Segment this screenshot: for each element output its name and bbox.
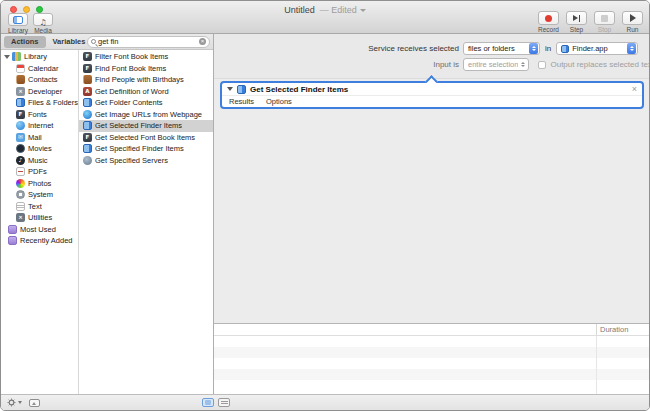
library-sidebar-icon	[13, 16, 23, 24]
action-list-item[interactable]: Get Specified Servers	[79, 155, 213, 167]
step-icon	[573, 15, 581, 22]
media-note-icon	[39, 11, 46, 29]
log-row	[214, 369, 649, 380]
music-icon	[16, 156, 25, 165]
gear-icon	[7, 398, 16, 407]
service-config-bar: Service receives selected files or folde…	[214, 34, 649, 78]
sidebar-item-internet[interactable]: Internet	[1, 120, 78, 132]
dropdown-stepper-icon	[518, 59, 527, 70]
input-type-dropdown[interactable]: files or folders	[463, 42, 540, 55]
sidebar-item-most-used[interactable]: Most Used	[1, 224, 78, 236]
font-book-icon	[83, 64, 92, 73]
finder-icon	[83, 144, 92, 153]
search-input[interactable]	[98, 37, 199, 46]
search-icon	[91, 39, 96, 44]
record-button[interactable]: Record	[538, 11, 559, 33]
step-button[interactable]: Step	[566, 11, 587, 33]
finder-icon	[83, 98, 92, 107]
run-icon	[630, 14, 636, 22]
utilities-icon	[16, 213, 25, 222]
workflow-canvas[interactable]: Get Selected Finder Items × Results Opti…	[214, 78, 649, 323]
filter-bar: Actions Variables	[1, 34, 213, 50]
action-block-header: Get Selected Finder Items ×	[222, 83, 642, 96]
sidebar-item-mail[interactable]: Mail	[1, 132, 78, 144]
category-tree: Library Calendar Contacts Developer File…	[1, 50, 79, 394]
chevron-down-icon	[18, 401, 22, 404]
document-title: Untitled	[284, 5, 315, 15]
sidebar-item-text[interactable]: Text	[1, 201, 78, 213]
duration-column-header[interactable]: Duration	[596, 324, 649, 335]
input-selection-dropdown[interactable]: entire selection	[463, 58, 529, 71]
sidebar-item-calendar[interactable]: Calendar	[1, 63, 78, 75]
finder-icon	[237, 85, 246, 94]
developer-icon	[16, 87, 25, 96]
sidebar-item-system[interactable]: System	[1, 189, 78, 201]
sidebar-item-fonts[interactable]: Fonts	[1, 109, 78, 121]
list-view-toggle[interactable]	[218, 398, 230, 407]
library-pane: Actions Variables Library Calendar	[1, 34, 214, 394]
sidebar-item-recently-added[interactable]: Recently Added	[1, 235, 78, 247]
toolbar-right: Record Step Stop Run	[538, 11, 643, 33]
sidebar-item-developer[interactable]: Developer	[1, 86, 78, 98]
action-list-item[interactable]: Find People with Birthdays	[79, 74, 213, 86]
pdf-icon	[16, 167, 25, 176]
log-column-header[interactable]	[214, 324, 596, 335]
system-gear-icon	[16, 190, 25, 199]
library-icon	[12, 52, 21, 61]
titlebar: Untitled — Edited Library Media Record S…	[1, 1, 649, 34]
safari-icon	[83, 110, 92, 119]
workflow-view-toggle[interactable]	[202, 398, 214, 407]
workflow-action-block[interactable]: Get Selected Finder Items × Results Opti…	[220, 81, 644, 109]
in-label: in	[545, 44, 551, 53]
output-replaces-checkbox[interactable]	[538, 61, 546, 69]
action-menu-button[interactable]	[7, 398, 22, 407]
mail-icon	[16, 133, 25, 142]
sidebar-item-pdfs[interactable]: PDFs	[1, 166, 78, 178]
internet-globe-icon	[16, 121, 25, 130]
title-chevron-icon[interactable]	[360, 9, 366, 12]
action-list-item[interactable]: Find Font Book Items	[79, 63, 213, 75]
contacts-icon	[16, 75, 25, 84]
media-button[interactable]: Media	[33, 13, 53, 34]
automator-window: Untitled — Edited Library Media Record S…	[0, 0, 650, 411]
run-button[interactable]: Run	[622, 11, 643, 33]
options-link[interactable]: Options	[266, 97, 292, 106]
servers-icon	[83, 156, 92, 165]
library-button[interactable]: Library	[8, 13, 28, 34]
sidebar-item-movies[interactable]: Movies	[1, 143, 78, 155]
action-list-item[interactable]: Get Image URLs from Webpage	[79, 109, 213, 121]
search-field[interactable]	[87, 36, 210, 48]
sidebar-item-library[interactable]: Library	[1, 51, 78, 63]
log-row	[214, 336, 649, 347]
action-list-item[interactable]: Get Definition of Word	[79, 86, 213, 98]
log-row	[214, 380, 649, 391]
close-action-icon[interactable]: ×	[632, 85, 637, 94]
results-link[interactable]: Results	[229, 97, 254, 106]
action-list-item[interactable]: Get Specified Finder Items	[79, 143, 213, 155]
sidebar-item-photos[interactable]: Photos	[1, 178, 78, 190]
action-list-item[interactable]: Get Folder Contents	[79, 97, 213, 109]
sidebar-item-utilities[interactable]: Utilities	[1, 212, 78, 224]
disclosure-triangle-icon[interactable]	[227, 87, 233, 91]
sidebar-item-contacts[interactable]: Contacts	[1, 74, 78, 86]
action-list-item[interactable]: Get Selected Font Book Items	[79, 132, 213, 144]
sidebar-item-files-folders[interactable]: Files & Folders	[1, 97, 78, 109]
tab-actions[interactable]: Actions	[4, 36, 46, 48]
log-header-row: Duration	[214, 324, 649, 336]
smart-folder-icon	[8, 225, 17, 234]
media-browser-button[interactable]	[29, 399, 40, 407]
clear-search-icon[interactable]	[199, 38, 206, 45]
application-dropdown[interactable]: Finder.app	[556, 42, 638, 55]
output-replaces-label: Output replaces selected text	[550, 60, 650, 69]
text-document-icon	[16, 202, 25, 211]
stop-button[interactable]: Stop	[594, 11, 615, 33]
action-block-title: Get Selected Finder Items	[250, 85, 632, 94]
stop-icon	[601, 15, 608, 22]
contacts-icon	[83, 75, 92, 84]
tab-variables[interactable]: Variables	[53, 37, 86, 46]
action-list-item[interactable]: Filter Font Book Items	[79, 51, 213, 63]
action-list-item-selected[interactable]: Get Selected Finder Items	[79, 120, 213, 132]
record-icon	[545, 15, 552, 22]
disclosure-triangle-icon[interactable]	[4, 55, 10, 59]
sidebar-item-music[interactable]: Music	[1, 155, 78, 167]
